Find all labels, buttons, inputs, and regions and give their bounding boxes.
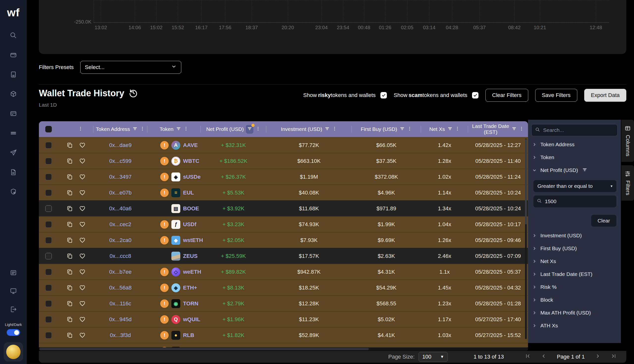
filter-value-box[interactable] — [533, 196, 616, 207]
token-name[interactable]: TORN — [183, 300, 198, 307]
filter-icon[interactable] — [132, 126, 138, 133]
header-investment[interactable]: Investment (USD) — [266, 121, 352, 137]
token-address-link[interactable]: 0x...b7ee — [109, 269, 132, 275]
row-checkbox[interactable] — [45, 142, 52, 148]
card-icon[interactable] — [10, 110, 17, 118]
token-address-link[interactable]: 0x...cec2 — [110, 221, 131, 228]
wallet-icon[interactable] — [10, 51, 17, 60]
filter-item[interactable]: Block — [531, 294, 617, 306]
token-address-link[interactable]: 0x...e07b — [109, 190, 132, 196]
filter-item[interactable]: Max ATH Profit (USD) — [531, 306, 617, 319]
operator-select[interactable]: Greater than or equal to ▾ — [533, 180, 616, 192]
filter-item[interactable]: ATH Xs — [531, 319, 617, 332]
risky-checkbox[interactable] — [380, 92, 387, 98]
copy-icon[interactable] — [66, 253, 73, 259]
token-address-link[interactable]: 0x...40a6 — [109, 206, 132, 212]
copy-icon[interactable] — [66, 158, 73, 164]
header-last-trade-date[interactable]: Last Trade Date (EST) — [468, 121, 528, 137]
filters-presets-select[interactable]: Select... — [80, 61, 181, 74]
history-icon[interactable] — [129, 88, 138, 98]
filter-icon[interactable] — [447, 126, 453, 133]
copy-icon[interactable] — [66, 332, 73, 338]
avatar[interactable] — [4, 342, 23, 362]
copy-icon[interactable] — [66, 237, 73, 244]
heart-icon[interactable] — [79, 284, 86, 291]
horizontal-scrollbar[interactable] — [39, 348, 528, 351]
clear-filter-button[interactable]: Clear — [591, 215, 616, 227]
header-token[interactable]: Token — [147, 121, 201, 137]
page-size-select[interactable]: 100 ▼ — [419, 352, 448, 362]
header-first-buy[interactable]: First Buy (USD) — [352, 121, 421, 137]
heart-icon[interactable] — [79, 237, 86, 244]
tab-filters[interactable]: Filters — [621, 165, 634, 201]
row-checkbox[interactable] — [45, 174, 52, 180]
list-icon[interactable] — [10, 130, 17, 138]
panel-search[interactable] — [531, 124, 617, 136]
next-page-icon[interactable] — [595, 353, 600, 360]
column-menu-icon[interactable] — [519, 126, 524, 132]
filter-item[interactable]: Last Trade Date (EST) — [531, 268, 617, 280]
token-name[interactable]: AAVE — [183, 142, 198, 148]
heart-icon[interactable] — [79, 316, 86, 323]
token-name[interactable]: wQUIL — [183, 316, 200, 323]
token-name[interactable]: EUL — [183, 190, 194, 196]
copy-icon[interactable] — [66, 205, 73, 212]
tab-columns[interactable]: Columns — [621, 120, 634, 162]
token-name[interactable]: ZEUS — [183, 253, 198, 259]
last-page-icon[interactable] — [611, 353, 616, 360]
filter-icon[interactable] — [325, 126, 330, 133]
copy-icon[interactable] — [66, 221, 73, 228]
heart-icon[interactable] — [79, 174, 86, 180]
save-filters-button[interactable]: Save Filters — [535, 89, 577, 102]
header-token-address[interactable]: Token Address — [93, 121, 147, 137]
shield-check-icon[interactable] — [10, 188, 17, 196]
filter-icon[interactable] — [511, 126, 517, 133]
filter-item[interactable]: First Buy (USD) — [531, 242, 617, 255]
token-address-link[interactable]: 0x...945d — [109, 316, 132, 323]
cube-icon[interactable] — [10, 90, 17, 99]
column-menu-icon[interactable] — [332, 126, 337, 132]
token-name[interactable]: USDf — [183, 221, 196, 228]
prev-page-icon[interactable] — [541, 353, 546, 360]
column-menu-icon[interactable] — [140, 126, 145, 132]
token-address-link[interactable]: 0x...dae9 — [109, 142, 132, 148]
token-name[interactable]: sUSDe — [183, 174, 201, 180]
token-address-link[interactable]: 0x...2ca0 — [109, 237, 131, 244]
first-page-icon[interactable] — [525, 353, 530, 360]
token-name[interactable]: WBTC — [183, 158, 199, 164]
show-risky-toggle[interactable]: Showriskytokens and wallets — [303, 92, 387, 98]
scrollbar-thumb[interactable] — [39, 348, 369, 350]
filter-item[interactable]: Risk % — [531, 280, 617, 294]
token-name[interactable]: BOOE — [183, 206, 199, 212]
row-checkbox[interactable] — [45, 190, 52, 196]
vertical-scrollbar[interactable] — [525, 138, 527, 339]
clear-filters-button[interactable]: Clear Filters — [485, 89, 528, 102]
filter-value-input[interactable] — [545, 198, 613, 204]
scrollbar-thumb[interactable] — [525, 139, 527, 224]
send-icon[interactable] — [10, 149, 17, 158]
filter-item-net-profit[interactable]: Net Profit (USD) — [531, 164, 617, 177]
token-name[interactable]: ETH+ — [183, 284, 197, 291]
copy-icon[interactable] — [66, 284, 73, 291]
copy-icon[interactable] — [66, 189, 73, 196]
copy-icon[interactable] — [66, 316, 73, 323]
theme-toggle[interactable] — [7, 329, 20, 336]
heart-icon[interactable] — [79, 300, 86, 307]
row-checkbox[interactable] — [45, 316, 52, 323]
token-name[interactable]: RLB — [183, 332, 194, 338]
column-menu-icon[interactable] — [183, 126, 188, 132]
heart-icon[interactable] — [79, 221, 86, 228]
token-address-link[interactable]: 0x...c599 — [109, 158, 131, 164]
copy-icon[interactable] — [66, 174, 73, 180]
token-address-link[interactable]: 0x...ccc8 — [110, 253, 131, 259]
row-checkbox[interactable] — [45, 253, 52, 259]
show-scam-toggle[interactable]: Showscamtokens and wallets — [394, 92, 478, 98]
heart-icon[interactable] — [79, 158, 86, 164]
filter-item[interactable]: Token Address — [531, 138, 617, 151]
copy-icon[interactable] — [66, 268, 73, 275]
token-address-link[interactable]: 0x...116c — [110, 300, 131, 307]
token-address-link[interactable]: 0x...3497 — [109, 174, 132, 180]
filter-icon[interactable] — [176, 126, 181, 133]
column-menu-icon[interactable] — [455, 126, 460, 132]
heart-icon[interactable] — [79, 332, 86, 338]
